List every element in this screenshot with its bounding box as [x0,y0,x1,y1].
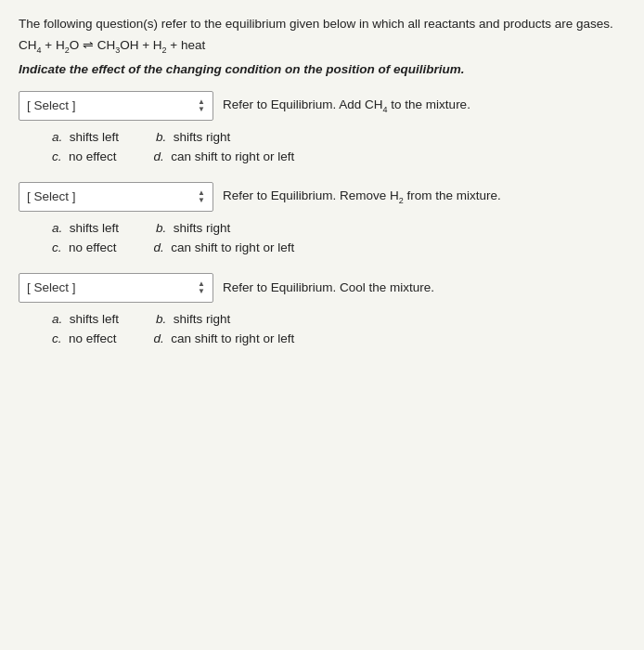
options-row-3a: a. shifts left b. shifts right [52,312,625,326]
instruction-text: Indicate the effect of the changing cond… [19,62,625,76]
options-row-1b: c. no effect d. can shift to right or le… [52,150,625,163]
question-row-2: [ Select ] Refer to Equilibrium. Remove … [19,182,625,212]
question-block-2: [ Select ] Refer to Equilibrium. Remove … [19,182,625,254]
dropdown-arrow-3 [198,280,205,295]
options-grid-1: a. shifts left b. shifts right c. no eff… [19,130,625,163]
dropdown-arrow-2 [198,189,205,204]
intro-line1: The following question(s) refer to the e… [19,15,625,33]
equation-line: CH4 + H2O ⇌ CH3OH + H2 + heat [19,37,625,55]
option-1c: c. no effect [52,150,117,163]
question-text-2: Refer to Equilibrium. Remove H2 from the… [223,187,501,207]
option-2b: b. shifts right [156,221,230,235]
options-row-2a: a. shifts left b. shifts right [52,221,625,235]
select-dropdown-2[interactable]: [ Select ] [19,182,213,212]
option-2d: d. can shift to right or left [154,240,295,254]
question-text-1: Refer to Equilibrium. Add CH4 to the mix… [223,96,470,116]
options-grid-2: a. shifts left b. shifts right c. no eff… [19,221,625,254]
select-dropdown-1[interactable]: [ Select ] [19,91,213,121]
options-row-2b: c. no effect d. can shift to right or le… [52,240,625,254]
select-label-3: [ Select ] [27,280,76,294]
option-2c: c. no effect [52,240,117,254]
option-2a: a. shifts left [52,221,119,235]
question-row-3: [ Select ] Refer to Equilibrium. Cool th… [19,273,625,303]
select-label-2: [ Select ] [27,189,76,203]
options-grid-3: a. shifts left b. shifts right c. no eff… [19,312,625,345]
question-row-1: [ Select ] Refer to Equilibrium. Add CH4… [19,91,625,121]
option-3b: b. shifts right [156,312,230,326]
select-dropdown-3[interactable]: [ Select ] [19,273,213,303]
question-text-3: Refer to Equilibrium. Cool the mixture. [223,279,434,297]
option-3d: d. can shift to right or left [154,332,295,345]
question-block-1: [ Select ] Refer to Equilibrium. Add CH4… [19,91,625,163]
option-1d: d. can shift to right or left [154,150,295,163]
dropdown-arrow-1 [198,98,205,113]
question-block-3: [ Select ] Refer to Equilibrium. Cool th… [19,273,625,345]
options-row-1a: a. shifts left b. shifts right [52,130,625,144]
select-label-1: [ Select ] [27,98,76,112]
option-1a: a. shifts left [52,130,119,144]
option-3c: c. no effect [52,332,117,345]
options-row-3b: c. no effect d. can shift to right or le… [52,332,625,345]
option-3a: a. shifts left [52,312,119,326]
option-1b: b. shifts right [156,130,230,144]
